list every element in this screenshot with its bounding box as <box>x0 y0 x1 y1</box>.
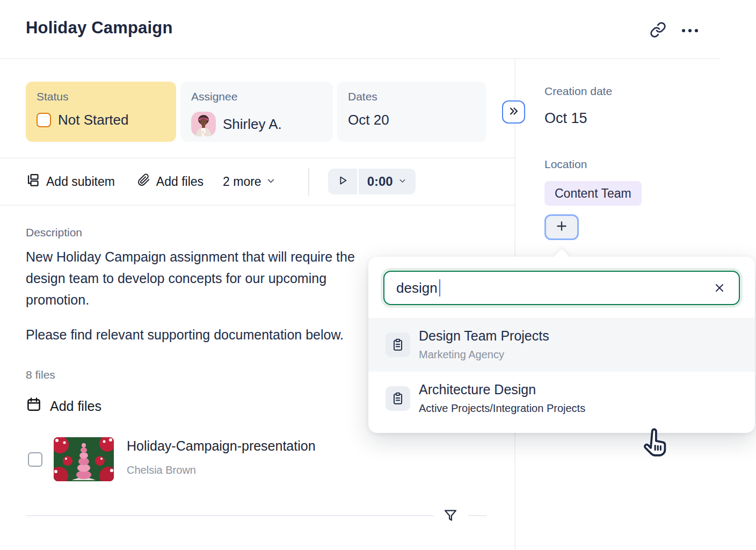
clear-search-button[interactable] <box>712 280 727 295</box>
filter-divider-right <box>468 515 486 516</box>
copy-link-button[interactable] <box>649 21 667 40</box>
assignee-label: Assignee <box>191 90 322 103</box>
more-tools-label: 2 more <box>223 175 261 189</box>
chevron-down-icon <box>398 176 407 187</box>
add-files-label: Add files <box>156 175 203 189</box>
result-title: Architecture Design <box>419 382 585 397</box>
file-checkbox[interactable] <box>28 452 42 467</box>
result-subtitle: Active Projects/Integration Projects <box>419 402 585 415</box>
ellipsis-icon <box>681 26 699 35</box>
clipboard-icon <box>386 332 410 357</box>
filter-icon[interactable] <box>442 508 459 526</box>
description-text: promotion. <box>26 292 89 308</box>
status-label: Status <box>37 90 165 103</box>
files-count: 8 files <box>26 368 55 381</box>
assignee-avatar <box>191 112 216 136</box>
add-files-button[interactable]: Add files <box>137 173 203 190</box>
add-files-row-label: Add files <box>50 399 101 414</box>
result-subtitle: Marketing Agency <box>419 349 549 361</box>
file-thumbnail[interactable] <box>54 437 114 481</box>
creation-date-value: Oct 15 <box>544 110 587 127</box>
timer-value: 0:00 <box>367 174 393 189</box>
add-subitem-button[interactable]: Add subitem <box>26 173 115 191</box>
location-picker-popup: design Design Team Projects Marketing Ag… <box>368 257 755 433</box>
description-text: design team to develop concepts for our … <box>26 271 326 286</box>
play-icon <box>337 175 348 189</box>
more-tools-dropdown[interactable]: 2 more <box>223 175 276 189</box>
result-title: Design Team Projects <box>419 329 549 344</box>
location-results-list: Design Team Projects Marketing Agency Ar… <box>368 318 755 425</box>
timer-play-button[interactable] <box>328 169 357 194</box>
collapse-sidebar-button[interactable] <box>502 100 525 124</box>
status-checkbox[interactable] <box>37 113 51 127</box>
assignee-value: Shirley A. <box>223 116 282 133</box>
more-actions-button[interactable] <box>681 21 699 40</box>
description-text: New Holiday Campaign assignment that wil… <box>26 249 355 265</box>
description-label: Description <box>26 226 82 239</box>
add-subitem-label: Add subitem <box>46 175 115 189</box>
creation-date-label: Creation date <box>544 85 612 98</box>
text-caret <box>439 279 441 296</box>
dates-label: Dates <box>348 90 476 103</box>
dates-field[interactable]: Dates Oct 20 <box>337 82 486 142</box>
subitem-icon <box>26 173 40 191</box>
location-search-input[interactable]: design <box>383 271 740 305</box>
dates-value: Oct 20 <box>348 112 389 128</box>
filter-divider-left <box>26 515 434 516</box>
page-title: Holiday Campaign <box>26 18 173 38</box>
location-result-architecture-design[interactable]: Architecture Design Active Projects/Inte… <box>368 372 755 425</box>
file-owner: Chelsia Brown <box>127 464 196 476</box>
link-icon <box>650 21 666 40</box>
toolbar-separator <box>308 168 309 196</box>
timer-value-dropdown[interactable]: 0:00 <box>359 169 416 194</box>
paperclip-icon <box>137 173 150 190</box>
description-text: Please find relevant supporting document… <box>26 327 344 343</box>
search-input-value: design <box>396 280 438 296</box>
location-label: Location <box>544 158 587 171</box>
chevron-down-icon <box>266 175 276 189</box>
calendar-icon <box>26 396 42 416</box>
location-result-design-team-projects[interactable]: Design Team Projects Marketing Agency <box>368 318 755 372</box>
status-field[interactable]: Status Not Started <box>26 82 176 142</box>
file-name[interactable]: Holiday-Campaign-presentation <box>127 438 316 454</box>
toolbar-divider <box>0 205 514 206</box>
location-chip[interactable]: Content Team <box>544 181 642 206</box>
double-chevron-right-icon <box>507 105 520 120</box>
clipboard-icon <box>386 386 410 411</box>
assignee-field[interactable]: Assignee Shirley A. <box>180 82 333 142</box>
add-files-row-button[interactable]: Add files <box>26 396 101 416</box>
header-divider <box>0 58 721 59</box>
task-toolbar: Add subitem Add files 2 more 0:00 <box>0 158 514 205</box>
status-value: Not Started <box>58 112 129 128</box>
plus-icon <box>555 219 569 235</box>
add-location-button[interactable] <box>544 214 579 240</box>
